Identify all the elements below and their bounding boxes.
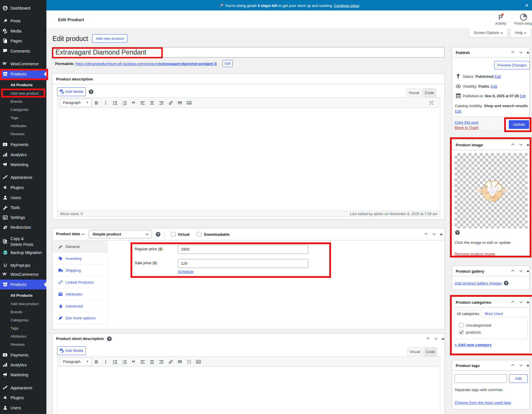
svg-text:I: I [104, 100, 106, 105]
svg-text:B: B [95, 359, 98, 364]
svg-text:3: 3 [122, 363, 123, 365]
svg-text:$: $ [4, 354, 6, 357]
svg-text:3: 3 [122, 104, 123, 106]
svg-text:“: “ [132, 100, 135, 106]
svg-text:“: “ [132, 359, 135, 365]
svg-text:I: I [104, 359, 106, 364]
svg-text:$: $ [4, 143, 6, 146]
svg-text:B: B [95, 100, 98, 105]
